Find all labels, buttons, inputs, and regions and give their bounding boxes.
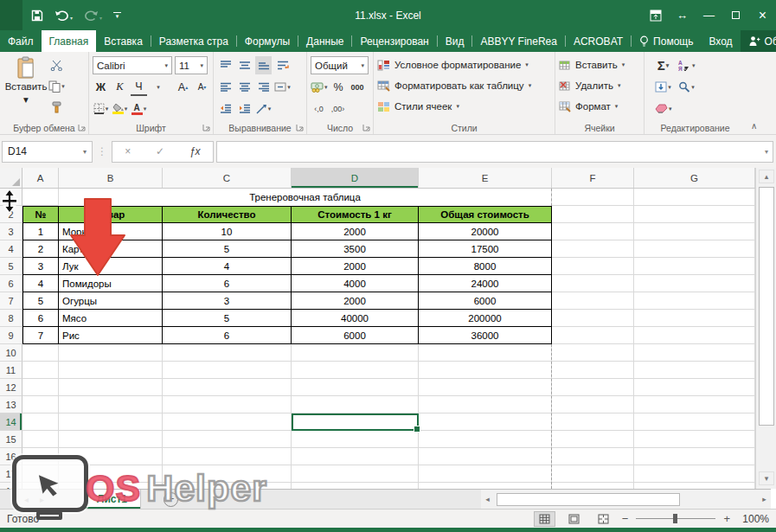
column-header-A[interactable]: A [22,168,59,188]
cell-F8[interactable] [552,310,634,327]
align-top-button[interactable] [217,56,234,74]
font-family-select[interactable]: Calibri▾ [93,56,172,74]
cell-C3[interactable]: 10 [163,223,292,240]
clear-button[interactable]: ▾ [655,99,672,118]
column-header-G[interactable]: G [634,168,755,188]
name-box[interactable]: D14▾ [2,141,93,163]
grow-font-button[interactable]: А▴ [175,78,191,96]
cell-G4[interactable] [634,240,755,258]
row-header-15[interactable]: 15 [0,431,22,448]
align-right-button[interactable] [255,78,272,96]
page-break-view-button[interactable] [593,511,614,527]
cell-E7[interactable]: 6000 [419,292,552,310]
cell-D14[interactable] [292,413,419,431]
cell-D18[interactable] [292,483,419,489]
cell-D15[interactable] [292,431,419,448]
cell-F11[interactable] [552,362,634,379]
alignment-dialog-launcher[interactable] [296,124,304,131]
cell-E10[interactable] [419,344,552,362]
cell-F7[interactable] [552,292,634,310]
format-as-table-button[interactable]: Форматировать как таблицу▾ [377,75,552,96]
cut-button[interactable] [48,56,65,74]
decrease-decimal-button[interactable]: ,00› [330,99,346,118]
borders-button[interactable]: ▾ [93,99,109,118]
formula-input[interactable]: ▾ [216,141,773,163]
cell-G5[interactable] [634,258,755,275]
table-title-cell[interactable]: Тренеровочная таблица [59,189,552,206]
cell-A11[interactable] [22,362,59,379]
cell-C2[interactable]: Количество [163,206,292,223]
cell-E17[interactable] [419,465,552,483]
insert-function-icon[interactable]: ƒx [189,145,201,157]
cell-B9[interactable]: Рис [59,327,163,344]
cell-D9[interactable]: 6000 [292,327,419,344]
autosum-button[interactable]: Σ▾ [655,56,671,74]
cell-F13[interactable] [552,396,634,413]
cell-A2[interactable]: № [22,206,59,223]
column-header-F[interactable]: F [552,168,634,188]
insert-cells-button[interactable]: Вставить▾ [559,54,641,75]
row-header-3[interactable]: 3 [0,223,22,240]
cell-F3[interactable] [552,223,634,240]
cell-C16[interactable] [163,448,292,465]
horizontal-scroll-thumb[interactable] [497,493,680,506]
cell-D12[interactable] [292,379,419,396]
cell-E5[interactable]: 8000 [419,258,552,275]
cell-C15[interactable] [163,431,292,448]
ribbon-tab-view[interactable]: Вид [438,30,472,52]
zoom-slider-thumb[interactable] [673,514,677,523]
cell-D10[interactable] [292,344,419,362]
cell-C4[interactable]: 5 [163,240,292,258]
row-header-12[interactable]: 12 [0,379,22,396]
format-cells-button[interactable]: Формат▾ [559,96,641,117]
cell-A14[interactable] [22,413,59,431]
cell-E18[interactable] [419,483,552,489]
row-header-2[interactable]: 2 [0,206,22,223]
row-header-11[interactable]: 11 [0,362,22,379]
resize-arrows-icon[interactable]: ↔ [669,0,696,30]
number-format-select[interactable]: Общий▾ [311,56,369,74]
cell-C11[interactable] [163,362,292,379]
copy-button[interactable]: ▾ [48,77,65,95]
row-header-1[interactable]: 1 [0,189,22,206]
cell-A10[interactable] [22,344,59,362]
zoom-slider[interactable] [636,518,715,519]
cell-G14[interactable] [634,413,755,431]
underline-caret[interactable]: ▾ [150,78,166,96]
cell-B7[interactable]: Огурцы [59,292,163,310]
cell-G1[interactable] [634,189,755,206]
row-header-7[interactable]: 7 [0,292,22,310]
increase-decimal-button[interactable]: ‹,0 [311,99,327,118]
shrink-font-button[interactable]: А▾ [194,78,210,96]
column-header-C[interactable]: C [163,168,292,188]
zoom-level[interactable]: 100% [738,513,769,525]
cell-A6[interactable]: 4 [22,275,59,292]
cell-D8[interactable]: 40000 [292,310,419,327]
cell-G18[interactable] [634,483,755,489]
cell-G13[interactable] [634,396,755,413]
accounting-format-button[interactable]: ▾ [311,78,328,96]
align-center-button[interactable] [236,78,253,96]
cell-F16[interactable] [552,448,634,465]
cell-E3[interactable]: 20000 [419,223,552,240]
zoom-out-icon[interactable]: − [622,512,629,525]
cell-A12[interactable] [22,379,59,396]
vertical-scrollbar[interactable]: ▴ ▾ [755,168,776,489]
ribbon-tab-page-layout[interactable]: Разметка стра [151,30,236,52]
cell-D6[interactable]: 4000 [292,275,419,292]
undo-button[interactable]: ▾ [55,10,73,21]
cell-G15[interactable] [634,431,755,448]
cell-B4[interactable]: Картофель [59,240,163,258]
cell-E11[interactable] [419,362,552,379]
cell-F14[interactable] [552,413,634,431]
cell-A7[interactable]: 5 [22,292,59,310]
align-middle-button[interactable] [236,56,253,74]
cell-D3[interactable]: 2000 [292,223,419,240]
ribbon-tab-home[interactable]: Главная [42,30,97,52]
ribbon-tab-abbyy-finereader[interactable]: ABBYY FineRea [472,30,565,52]
row-header-9[interactable]: 9 [0,327,22,344]
italic-button[interactable]: К [112,78,128,96]
cell-B3[interactable]: Морковь [59,223,163,240]
cell-D4[interactable]: 3500 [292,240,419,258]
row-header-8[interactable]: 8 [0,310,22,327]
